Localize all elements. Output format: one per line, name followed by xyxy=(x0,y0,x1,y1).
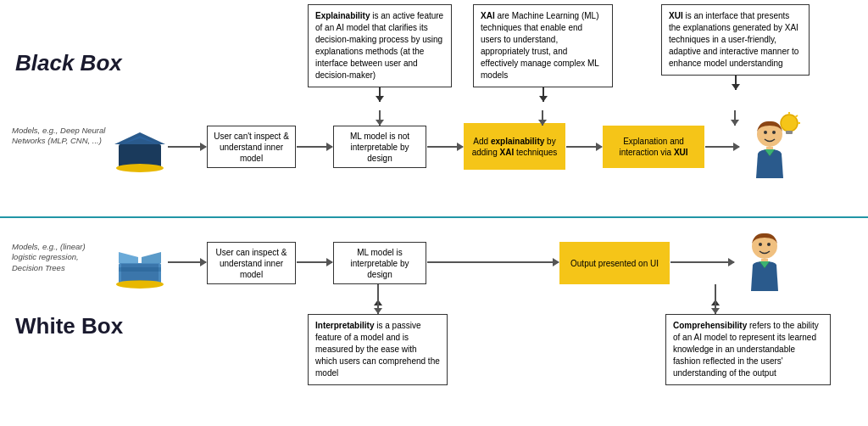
person-icon-bottom xyxy=(737,227,793,295)
interpretability-connector xyxy=(377,284,379,314)
svg-point-2 xyxy=(116,164,164,172)
xai-connector xyxy=(542,110,543,126)
svg-rect-5 xyxy=(786,131,793,134)
arrow-top-5 xyxy=(705,146,739,148)
svg-point-10 xyxy=(764,131,767,134)
arrow-top-1 xyxy=(168,146,206,148)
comprehensibility-connector xyxy=(715,284,716,314)
xui-connector xyxy=(734,110,736,126)
svg-marker-15 xyxy=(142,252,161,263)
arrow-top-3 xyxy=(427,146,463,148)
top-step4-box: Explanation and interaction via XUI xyxy=(603,126,704,168)
xui-tooltip: XUI is an interface that presents the ex… xyxy=(661,4,810,76)
arrow-top-2 xyxy=(297,146,332,148)
black-box-model-icon xyxy=(114,126,165,172)
top-model-label: Models, e.g., Deep Neural Networks (MLP,… xyxy=(12,126,109,147)
svg-point-20 xyxy=(759,243,762,246)
top-step3-box: Add explainability by adding XAI techniq… xyxy=(464,123,565,170)
bottom-step1-box: User can inspect & understand inner mode… xyxy=(207,242,296,284)
xai-tooltip: XAI are Machine Learning (ML) techniques… xyxy=(473,4,613,87)
svg-rect-18 xyxy=(121,264,159,281)
person-icon-top xyxy=(743,110,802,187)
arrow-bottom-4 xyxy=(670,261,734,263)
bottom-model-label: Models, e.g., (linear) logistic regressi… xyxy=(12,242,109,273)
svg-point-21 xyxy=(767,243,771,246)
white-box-label: White Box xyxy=(15,314,123,339)
comprehensibility-tooltip: Comprehensibility refers to the ability … xyxy=(665,314,831,385)
black-box-label: Black Box xyxy=(15,51,122,76)
divider xyxy=(0,216,868,218)
explainability-connector xyxy=(379,110,381,126)
white-box-model-icon xyxy=(114,242,165,289)
arrow-bottom-2 xyxy=(297,261,332,263)
bottom-step2-box: ML model is interpretable by design xyxy=(333,242,426,284)
diagram-container: Black Box White Box Models, e.g., Deep N… xyxy=(0,0,868,426)
svg-point-11 xyxy=(772,131,776,134)
arrow-top-4 xyxy=(566,146,602,148)
interpretability-tooltip: Interpretability is a passive feature of… xyxy=(308,314,448,385)
explainability-tooltip: Explainability is an active feature of a… xyxy=(308,4,452,87)
top-step1-box: User can't inspect & understand inner mo… xyxy=(207,126,296,168)
arrow-bottom-1 xyxy=(168,261,206,263)
bottom-step3-box: Output presented on UI xyxy=(559,242,670,284)
svg-marker-14 xyxy=(119,252,138,263)
arrow-bottom-3 xyxy=(427,261,559,263)
svg-line-7 xyxy=(795,115,798,117)
svg-point-17 xyxy=(116,280,164,289)
top-step2-box: ML model is not interpretable by design xyxy=(333,126,426,168)
